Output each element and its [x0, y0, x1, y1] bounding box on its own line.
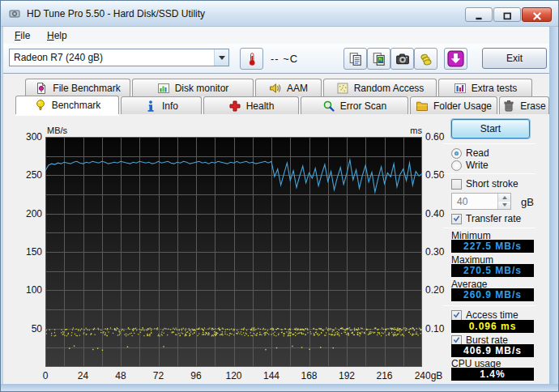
tab-extra-tests[interactable]: Extra tests	[438, 79, 532, 96]
info-icon	[144, 100, 157, 113]
radio-label: Write	[466, 160, 489, 171]
camera-button[interactable]	[390, 48, 414, 70]
tab-label: Error Scan	[340, 100, 386, 112]
access-time-label: Access time	[466, 309, 518, 321]
benchmark-chart	[45, 137, 422, 367]
short-stroke-size-input[interactable]: 40	[451, 193, 511, 210]
exit-button[interactable]: Exit	[482, 48, 547, 69]
save-results-icon	[447, 50, 464, 67]
y-right-tick: 0.20	[425, 284, 444, 296]
stepper-down-icon[interactable]	[498, 202, 510, 210]
access-time-value: 0.096 ms	[451, 320, 534, 333]
y-right-tick: 0.10	[425, 323, 444, 334]
temperature-readout: -- ~C	[271, 53, 298, 65]
x-tick: 96	[190, 370, 201, 381]
radio-button[interactable]	[451, 148, 462, 159]
save-results-button[interactable]	[444, 48, 467, 70]
copy-text-button[interactable]	[344, 48, 367, 70]
maximize-button[interactable]	[493, 7, 521, 22]
chevron-down-icon[interactable]	[214, 49, 228, 66]
close-button[interactable]	[522, 7, 552, 22]
minimum-value: 227.5 MB/s	[451, 240, 534, 253]
random-access-icon	[336, 82, 349, 95]
disk-monitor-icon	[157, 82, 170, 95]
close-icon	[532, 10, 542, 19]
copy-image-icon	[372, 52, 386, 66]
menu-file[interactable]: File	[9, 28, 36, 42]
tab-aam[interactable]: AAM	[255, 79, 322, 96]
access-time-checkbox[interactable]: Access time	[451, 309, 518, 321]
copy-text-icon	[348, 52, 363, 66]
tab-random-access[interactable]: Random Access	[323, 79, 437, 96]
folder-usage-icon	[416, 100, 429, 113]
y-left-axis-title: MB/s	[47, 126, 67, 135]
minimize-button[interactable]	[465, 7, 493, 22]
y-right-tick: 0.40	[425, 208, 444, 219]
y-left-tick: 50	[15, 323, 42, 334]
tab-benchmark[interactable]: Benchmark	[15, 96, 119, 114]
app-window: HD Tune Pro 5.50 - Hard Disk/SSD Utility…	[0, 0, 559, 392]
toolbar: Radeon R7 (240 gB) -- ~C Exit	[3, 44, 551, 74]
aam-speaker-icon	[269, 82, 282, 95]
y-left-tick: 300	[15, 131, 42, 143]
x-tick: 240gB	[415, 370, 443, 381]
copy-image-button[interactable]	[367, 48, 390, 70]
temperature-button[interactable]	[240, 48, 263, 70]
menu-help[interactable]: Help	[41, 28, 73, 42]
radio-button[interactable]	[451, 160, 462, 171]
error-scan-icon	[322, 100, 335, 113]
tab-label: AAM	[287, 83, 308, 94]
benchmark-bulb-icon	[34, 99, 47, 112]
stepper-up-icon[interactable]	[498, 194, 510, 202]
drive-select[interactable]: Radeon R7 (240 gB)	[9, 49, 229, 66]
cpu-usage-value: 1.4%	[451, 368, 534, 381]
transfer-rate-label: Transfer rate	[466, 213, 521, 224]
tab-label: File Benchmark	[53, 83, 120, 94]
tab-label: Info	[162, 100, 178, 112]
x-tick: 120	[225, 370, 241, 381]
tab-erase[interactable]: Erase	[499, 96, 549, 114]
donate-button[interactable]	[414, 48, 437, 70]
x-tick: 24	[78, 370, 88, 381]
donate-icon	[419, 52, 433, 66]
tab-info[interactable]: Info	[121, 96, 202, 114]
y-right-tick: 0.60	[425, 131, 444, 143]
tab-label: Benchmark	[52, 100, 101, 111]
file-benchmark-icon	[35, 82, 48, 95]
y-right-tick: 0.30	[425, 246, 444, 258]
separator	[443, 143, 536, 144]
window-border-bottom	[1, 384, 559, 391]
short-stroke-checkbox[interactable]: Short stroke	[451, 178, 518, 190]
radio-write[interactable]: Write	[451, 160, 489, 171]
short-stroke-size-value: 40	[452, 194, 497, 209]
y-right-axis-title: ms	[404, 126, 422, 135]
stepper-buttons[interactable]	[497, 194, 510, 209]
erase-icon	[502, 100, 515, 113]
tab-health[interactable]: Health	[203, 96, 299, 114]
start-button[interactable]: Start	[451, 119, 530, 138]
tab-label: Disk monitor	[175, 83, 229, 94]
radio-label: Read	[466, 147, 489, 159]
checkbox-box[interactable]	[451, 310, 462, 321]
tab-error-scan[interactable]: Error Scan	[301, 96, 408, 114]
tab-label: Health	[246, 100, 275, 112]
tab-label: Extra tests	[472, 83, 518, 94]
drive-select-value: Radeon R7 (240 gB)	[10, 52, 214, 63]
y-left-tick: 150	[15, 246, 42, 258]
x-tick: 72	[153, 370, 164, 381]
maximize-icon	[502, 10, 512, 19]
menu-bar: FileHelp	[3, 27, 551, 44]
tab-disk-monitor[interactable]: Disk monitor	[132, 79, 254, 96]
checkbox-box[interactable]	[451, 179, 462, 190]
x-tick: 0	[43, 370, 49, 381]
window-controls	[464, 7, 552, 22]
burst-rate-value: 406.9 MB/s	[451, 344, 534, 357]
radio-read[interactable]: Read	[451, 147, 489, 159]
tab-file-benchmark[interactable]: File Benchmark	[25, 79, 130, 96]
title-bar[interactable]: HD Tune Pro 5.50 - Hard Disk/SSD Utility	[1, 1, 559, 27]
checkbox-box[interactable]	[451, 214, 462, 224]
y-right-tick: 0.50	[425, 169, 444, 181]
tab-folder-usage[interactable]: Folder Usage	[410, 96, 497, 114]
transfer-rate-checkbox[interactable]: Transfer rate	[451, 213, 521, 224]
thermometer-icon	[245, 51, 259, 67]
